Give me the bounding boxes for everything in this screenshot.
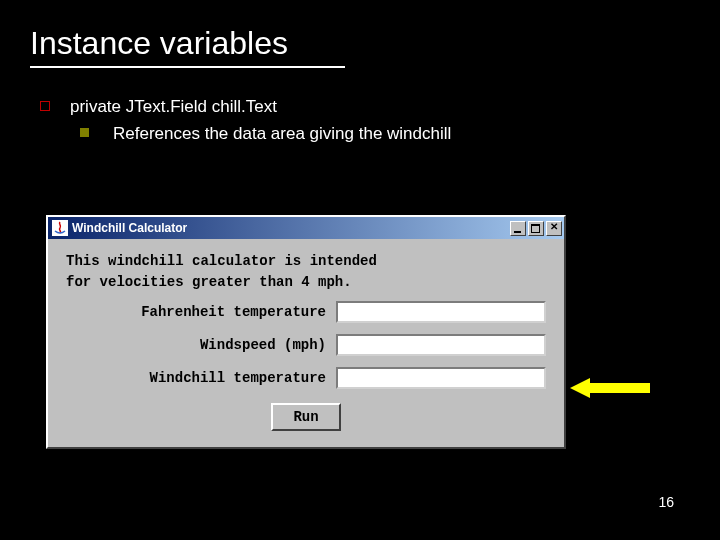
windchill-window: Windchill Calculator This windchill calc… <box>46 215 566 449</box>
fahrenheit-input[interactable] <box>336 301 546 323</box>
windspeed-label: Windspeed (mph) <box>200 337 326 353</box>
run-button[interactable]: Run <box>271 403 340 431</box>
java-app-icon <box>52 220 68 236</box>
windchill-input[interactable] <box>336 367 546 389</box>
intro-line-1: This windchill calculator is intended <box>66 253 546 269</box>
windchill-label: Windchill temperature <box>150 370 326 386</box>
callout-arrow-icon <box>570 378 650 398</box>
minimize-button[interactable] <box>510 221 526 236</box>
bullet-l1-text: private JText.Field chill.Text <box>70 96 277 119</box>
bullet-square-outline-icon <box>40 101 50 111</box>
slide-title: Instance variables <box>0 0 720 66</box>
bullet-l2-text: References the data area giving the wind… <box>113 123 451 146</box>
window-title: Windchill Calculator <box>72 221 510 235</box>
titlebar: Windchill Calculator <box>48 217 564 239</box>
fahrenheit-label: Fahrenheit temperature <box>141 304 326 320</box>
close-button[interactable] <box>546 221 562 236</box>
bullet-square-filled-icon <box>80 128 89 137</box>
maximize-button[interactable] <box>528 221 544 236</box>
slide-body: private JText.Field chill.Text Reference… <box>0 68 720 146</box>
intro-line-2: for velocities greater than 4 mph. <box>66 274 546 290</box>
window-body: This windchill calculator is intended fo… <box>48 239 564 447</box>
windspeed-input[interactable] <box>336 334 546 356</box>
page-number: 16 <box>658 494 674 510</box>
